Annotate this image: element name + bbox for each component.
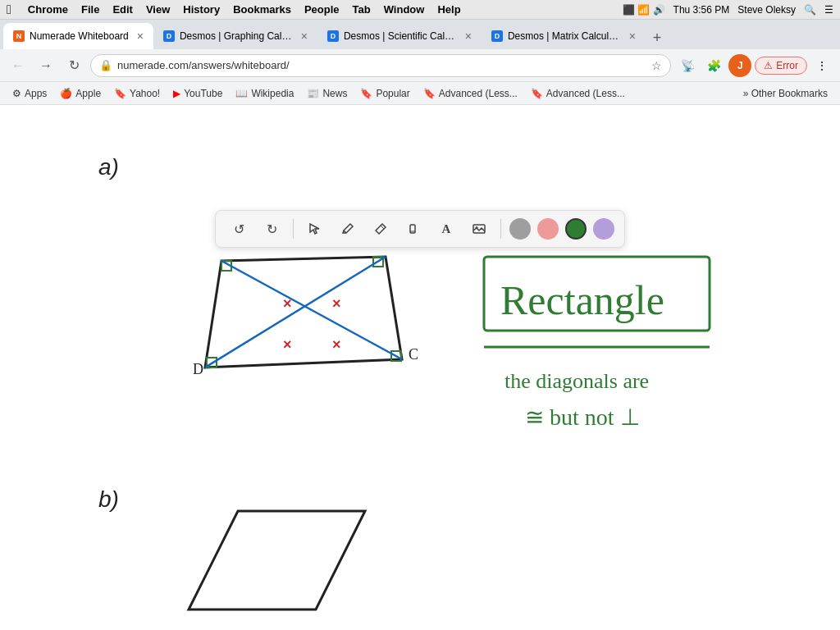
advanced1-icon: 🔖 [423, 88, 436, 99]
x-mark-2: × [332, 295, 341, 312]
tab-close-desmos3[interactable]: × [629, 30, 636, 43]
highlighter-button[interactable] [400, 216, 427, 242]
color-lavender[interactable] [593, 218, 614, 240]
tab-close-numerade[interactable]: × [137, 30, 144, 43]
bookmark-popular[interactable]: 🔖 Popular [354, 85, 415, 102]
tab-desmos2[interactable]: D Desmos | Scientific Calculat... × [317, 23, 482, 49]
tab-label-desmos1: Desmos | Graphing Calculat... [180, 30, 293, 42]
pencil-tool-button[interactable] [335, 216, 361, 242]
bookmark-youtube-label: YouTube [184, 88, 222, 99]
x-mark-4: × [332, 336, 341, 353]
menubar-chrome[interactable]: Chrome [28, 3, 68, 16]
profile-button[interactable]: J [728, 54, 751, 77]
menubar-search[interactable]: 🔍 [804, 4, 816, 16]
menubar-user: Steve Oleksy [737, 4, 796, 16]
address-text: numerade.com/answers/whiteboard/ [117, 59, 646, 71]
apple-menu[interactable]:  [7, 2, 11, 17]
menubar-help[interactable]: Help [437, 3, 460, 16]
svg-line-0 [381, 226, 384, 229]
error-icon: ⚠ [764, 60, 773, 71]
text-tool-button[interactable]: A [433, 216, 459, 242]
redo-button[interactable]: ↻ [258, 216, 285, 242]
cast-button[interactable]: 📡 [676, 54, 699, 77]
nav-right-actions: 📡 🧩 J ⚠ Error ⋮ [676, 54, 833, 77]
refresh-button[interactable]: ↻ [62, 54, 85, 77]
whiteboard-toolbar: ↺ ↻ A [215, 210, 625, 248]
vertex-d: D [193, 361, 203, 377]
tab-label-desmos2: Desmos | Scientific Calculat... [344, 30, 457, 42]
bookmark-apps[interactable]: ⚙ Apps [7, 85, 52, 102]
bookmark-star-icon[interactable]: ☆ [651, 59, 662, 72]
bookmark-youtube[interactable]: ▶ YouTube [167, 85, 228, 102]
undo-button[interactable]: ↺ [226, 216, 252, 242]
menu-button[interactable]: ⋮ [810, 54, 833, 77]
image-tool-button[interactable] [466, 216, 492, 242]
rectangle-text: Rectangle [500, 277, 664, 323]
x-mark-3: × [283, 336, 292, 353]
bookmark-advanced1[interactable]: 🔖 Advanced (Less... [418, 85, 523, 102]
tab-desmos3[interactable]: D Desmos | Matrix Calculator × [482, 23, 646, 49]
bookmark-news[interactable]: 📰 News [301, 85, 353, 102]
tab-favicon-desmos1: D [163, 30, 175, 42]
menubar-bookmarks[interactable]: Bookmarks [233, 3, 291, 16]
error-button[interactable]: ⚠ Error [755, 57, 807, 75]
tab-close-desmos1[interactable]: × [301, 30, 308, 43]
tab-numerade[interactable]: N Numerade Whiteboard × [3, 23, 153, 49]
tab-label-desmos3: Desmos | Matrix Calculator [508, 30, 621, 42]
bookmark-apple[interactable]: 🍎 Apple [54, 85, 107, 102]
bookmark-advanced1-label: Advanced (Less... [439, 88, 518, 99]
color-pink[interactable] [537, 218, 559, 240]
forward-button[interactable]: → [34, 54, 57, 77]
select-tool-button[interactable] [302, 216, 328, 242]
whiteboard-drawing: a) × × × × D C Rectangle the diagonals a… [0, 105, 840, 630]
bookmark-advanced2[interactable]: 🔖 Advanced (Less... [525, 85, 631, 102]
bookmarks-bar: ⚙ Apps 🍎 Apple 🔖 Yahoo! ▶ YouTube 📖 Wiki… [0, 82, 840, 105]
menubar-list[interactable]: ☰ [824, 4, 833, 16]
address-bar[interactable]: 🔒 numerade.com/answers/whiteboard/ ☆ [90, 54, 671, 77]
whiteboard-canvas[interactable]: ↺ ↻ A a) [0, 105, 840, 630]
wikipedia-icon: 📖 [235, 88, 248, 99]
bookmark-apple-label: Apple [75, 88, 101, 99]
tab-favicon-desmos2: D [327, 30, 339, 42]
menubar-right: ⬛ 📶 🔊 Thu 3:56 PM Steve Oleksy 🔍 ☰ [623, 4, 833, 16]
label-b: b) [98, 486, 119, 512]
color-green[interactable] [565, 218, 587, 240]
diagonal-2 [205, 257, 386, 368]
navbar: ← → ↻ 🔒 numerade.com/answers/whiteboard/… [0, 49, 840, 82]
yahoo-favicon: 🔖 [114, 88, 126, 99]
toolbar-divider-2 [500, 219, 501, 239]
back-button[interactable]: ← [7, 54, 30, 77]
new-tab-button[interactable]: + [646, 26, 669, 49]
vertex-c: C [409, 346, 418, 363]
tab-label-numerade: Numerade Whiteboard [30, 30, 129, 42]
menubar-time: Thu 3:56 PM [673, 4, 730, 16]
tab-close-desmos2[interactable]: × [465, 30, 472, 43]
color-gray[interactable] [509, 218, 531, 240]
advanced2-icon: 🔖 [531, 88, 543, 99]
bookmark-wikipedia-label: Wikipedia [251, 88, 294, 99]
parallelogram-shape [189, 511, 365, 609]
menubar-tab[interactable]: Tab [353, 3, 371, 16]
extensions-button[interactable]: 🧩 [702, 54, 725, 77]
diagonal-1 [221, 261, 402, 359]
menubar-edit[interactable]: Edit [112, 3, 133, 16]
bookmark-news-label: News [322, 88, 347, 99]
other-bookmarks[interactable]: » Other Bookmarks [737, 85, 833, 102]
bookmark-yahoo[interactable]: 🔖 Yahoo! [108, 85, 166, 102]
x-mark-1: × [283, 295, 292, 312]
menubar-history[interactable]: History [183, 3, 220, 16]
rectangle-shape [205, 257, 402, 368]
label-a: a) [98, 154, 119, 180]
menubar-view[interactable]: View [146, 3, 170, 16]
menubar-people[interactable]: People [304, 3, 340, 16]
menubar-icons: ⬛ 📶 🔊 [623, 4, 665, 16]
menubar-file[interactable]: File [81, 3, 99, 16]
tabbar: N Numerade Whiteboard × D Desmos | Graph… [0, 20, 840, 49]
lock-icon: 🔒 [99, 59, 112, 71]
tab-desmos1[interactable]: D Desmos | Graphing Calculat... × [153, 23, 317, 49]
apps-icon: ⚙ [12, 88, 21, 99]
bookmark-wikipedia[interactable]: 📖 Wikipedia [230, 85, 299, 102]
tools-button[interactable] [368, 216, 394, 242]
menubar-window[interactable]: Window [384, 3, 425, 16]
popular-icon: 🔖 [360, 88, 372, 99]
